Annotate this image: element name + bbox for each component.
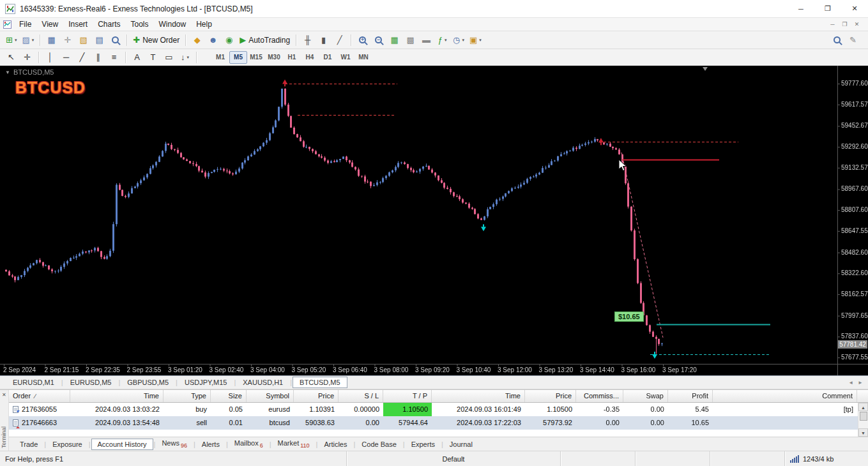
quill-button[interactable]: ✎ [846,33,860,47]
menu-help[interactable]: Help [191,20,217,29]
history-table-header: Order∕TimeTypeSizeSymbolPriceS / LT / PT… [9,390,868,403]
bar-chart-button[interactable]: ╫ [300,33,315,47]
app-icon [5,4,15,14]
autotrading-button[interactable]: ▶AutoTrading [238,33,292,47]
cursor-button[interactable]: ↖ [4,50,19,64]
zoom-in-button[interactable]: + [355,33,370,47]
terminal-tab-articles[interactable]: Articles [318,440,353,449]
data-window-button[interactable]: ✛ [60,33,75,47]
terminal-side-strip: ✕ Terminal [0,390,9,451]
menu-window[interactable]: Window [154,20,192,29]
timeframe-w1[interactable]: W1 [337,51,354,64]
timeframe-h1[interactable]: H1 [283,51,301,64]
tile-vertical-button[interactable]: ▬ [419,33,434,47]
new-chart-button[interactable]: ⊞▾ [4,33,19,47]
terminal-tab-account-history[interactable]: Account History [91,439,153,450]
menu-file[interactable]: File [14,20,36,29]
indicators-button[interactable]: ƒ▾ [435,33,450,47]
trendline-button[interactable]: ╱ [75,50,89,64]
scrollbar-thumb[interactable] [860,412,867,421]
status-section [710,451,784,466]
scroll-up-icon[interactable]: ▲ [858,403,868,411]
toolbar-separator [125,52,126,63]
tile-windows-button[interactable]: ▦ [387,33,402,47]
chart-tab-btcusd-m5[interactable]: BTCUSD,M5 [293,377,347,388]
crosshair-button[interactable]: ✛ [20,50,34,64]
label-button[interactable]: T [146,50,160,64]
menu-view[interactable]: View [36,20,63,29]
chart-tabs-scroll-left-icon[interactable]: ◄ [848,380,853,386]
scroll-down-icon[interactable]: ▼ [858,428,868,437]
terminal-tab-news[interactable]: News96 [156,439,193,449]
new-order-button[interactable]: ✚New Order [131,33,181,47]
terminal-tab-alerts[interactable]: Alerts [196,440,225,449]
candlestick-chart-button[interactable]: ▮ [316,33,331,47]
zoom-out-button[interactable]: − [371,33,386,47]
timeframe-mn[interactable]: MN [354,51,372,64]
timeframe-m5[interactable]: M5 [229,51,247,64]
menu-insert[interactable]: Insert [63,20,93,29]
history-row-2[interactable]: 2176466632024.09.03 13:54:48sell0.01btcu… [9,416,868,430]
community-button[interactable]: ◉ [222,33,236,47]
profiles-icon: ▨ [22,36,29,44]
chart-tab-xauusd-h1[interactable]: XAUUSD,H1 [236,378,289,387]
vertical-line-button[interactable]: │ [43,50,57,64]
profiles-button[interactable]: ▨▾ [20,33,36,47]
chart-tab-usdjpy-m15[interactable]: USDJPY,M15 [178,378,233,387]
text-button[interactable]: A [130,50,144,64]
cascade-windows-button[interactable]: ▩ [403,33,418,47]
experts-button[interactable]: ☻ [206,33,220,47]
price-chart-canvas[interactable] [0,66,868,375]
dropdown-caret-icon: ▾ [187,55,189,60]
minimize-button[interactable]: ─ [788,0,814,17]
chart-tab-eurusd-m1[interactable]: EURUSD,M1 [6,378,61,387]
autotrading-icon: ▶ [240,36,246,44]
sort-indicator-icon: ∕ [34,393,36,400]
chart-tab-eurusd-m5[interactable]: EURUSD,M5 [64,378,118,387]
sounds-button[interactable]: ◆ [190,33,204,47]
timeframe-h4[interactable]: H4 [301,51,319,64]
mdi-minimize-button[interactable]: ─ [826,21,839,27]
toolbar-separator [126,34,127,46]
navigator-button[interactable]: ▧ [76,33,91,47]
mdi-close-button[interactable]: ✕ [851,21,863,27]
terminal-tab-exposure[interactable]: Exposure [47,440,88,449]
timeframe-m30[interactable]: M30 [265,51,283,64]
history-row-1[interactable]: 2176360552024.09.03 13:03:22buy0.05eurus… [9,403,868,416]
terminal-close-button[interactable]: ✕ [2,392,6,398]
new-chart-icon: ⊞ [6,36,13,44]
new-order-icon: ✚ [133,36,140,44]
terminal-tab-trade[interactable]: Trade [14,440,43,449]
terminal-tab-mailbox[interactable]: Mailbox6 [229,439,269,449]
chart-tabs-scroll-right-icon[interactable]: ► [858,380,863,386]
timeframe-d1[interactable]: D1 [319,51,337,64]
menu-tools[interactable]: Tools [126,20,154,29]
timeframe-m1[interactable]: M1 [211,51,229,64]
chart-tab-gbpusd-m5[interactable]: GBPUSD,M5 [121,378,175,387]
order-doc-icon [13,406,19,413]
timeframe-m15[interactable]: M15 [247,51,265,64]
terminal-tab-code-base[interactable]: Code Base [356,440,402,449]
market-watch-button[interactable]: ▦ [44,33,59,47]
close-button[interactable]: ✕ [841,0,868,17]
restore-button[interactable]: ❐ [814,0,841,17]
periods-button[interactable]: ◷▾ [451,33,466,47]
line-chart-button[interactable]: ╱ [332,33,347,47]
search-button[interactable] [830,33,844,47]
chart-symbol-text: BTCUSD,M5 [13,68,54,76]
fibonacci-button[interactable]: ≡ [107,50,121,64]
status-profile[interactable]: Default [346,451,560,466]
menu-charts[interactable]: Charts [93,20,125,29]
terminal-tab-journal[interactable]: Journal [444,440,478,449]
strategy-tester-button[interactable] [108,33,123,47]
shapes-button[interactable]: ▭ [162,50,176,64]
arrows-button[interactable]: ↓▾ [178,50,192,64]
channel-button[interactable]: ∥ [91,50,105,64]
terminal-button[interactable]: ▤ [92,33,107,47]
templates-button[interactable]: ▣▾ [468,33,483,47]
mdi-restore-button[interactable]: ❐ [839,21,851,27]
horizontal-line-button[interactable]: ─ [59,50,73,64]
one-click-collapse-icon[interactable]: ▼ [5,70,10,75]
terminal-tab-experts[interactable]: Experts [406,440,441,449]
terminal-tab-market[interactable]: Market110 [272,439,316,449]
